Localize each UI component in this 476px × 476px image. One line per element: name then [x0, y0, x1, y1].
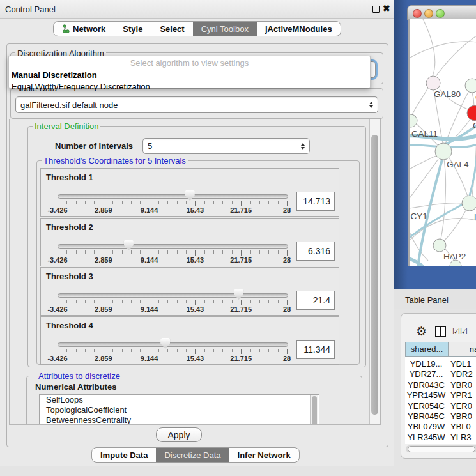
bottom-tab-bar: Impute DataDiscretize DataInfer Network [91, 447, 300, 463]
attribute-list-item[interactable]: TopologicalCoefficient [40, 405, 319, 415]
tab-select[interactable]: Select [151, 22, 192, 36]
threshold-value-field[interactable]: 21.4 [296, 291, 335, 310]
network-edge [410, 156, 436, 179]
node-table: shared...na YDL19...YDL1YDR27...YDR2YBR0… [405, 342, 476, 444]
table-panel-title: Table Panel [405, 295, 449, 305]
tab-style[interactable]: Style [114, 22, 151, 36]
main-vertical-scrollbar[interactable] [369, 119, 380, 424]
table-cell[interactable]: YDR2 [450, 369, 473, 379]
tick-label: 28 [283, 206, 291, 214]
threshold-value-field[interactable]: 6.316 [296, 242, 335, 261]
table-cell[interactable]: YDR27... [405, 369, 447, 379]
network-node-label: GAL80 [434, 89, 461, 99]
tab-cyni-toolbox[interactable]: Cyni Toolbox [193, 22, 257, 36]
table-cell[interactable]: YLR3 [450, 433, 472, 442]
slider-track[interactable] [58, 244, 288, 249]
table-cell[interactable]: YPR145W [405, 390, 447, 400]
tick-label: 28 [283, 355, 291, 362]
table-cell[interactable]: YBL0 [450, 422, 471, 431]
network-view-canvas[interactable]: GAL80GCGAL11GAL4GCY1HHAP2 [408, 19, 476, 266]
threshold-panel: Threshold 1-3.4262.8599.14415.4321.71528… [40, 168, 339, 217]
algorithm-dropdown-popup: Select algorithm to view settings Manual… [8, 56, 371, 88]
float-window-icon[interactable] [372, 6, 380, 13]
slider-thumb[interactable] [160, 338, 170, 349]
table-cell[interactable]: YBL079W [405, 422, 447, 431]
network-edge [444, 210, 466, 241]
status-strip [0, 466, 394, 476]
tick-label: 9.144 [141, 256, 158, 264]
threshold-value-field[interactable]: 11.344 [296, 340, 335, 359]
close-traffic-light-icon[interactable] [413, 9, 422, 18]
algorithm-option[interactable]: Manual Discretization [9, 69, 370, 81]
tab-jactivemnodules[interactable]: jActiveMNodules [257, 22, 341, 36]
numerical-attributes-list[interactable]: SelfLoopsTopologicalCoefficientBetweenne… [39, 394, 319, 425]
thresholds-group-label: Threshold's Coordinates for 5 Intervals [42, 156, 188, 165]
threshold-label: Threshold 3 [46, 272, 93, 281]
tab-impute-data[interactable]: Impute Data [92, 448, 156, 462]
attribute-list-item[interactable]: SelfLoops [40, 395, 319, 405]
tick-label: 15.43 [187, 256, 204, 264]
algorithm-placeholder: Select algorithm to view settings [9, 56, 370, 69]
table-cell[interactable]: YER054C [405, 401, 447, 411]
slider-track[interactable] [58, 342, 288, 347]
checkbox-icon[interactable]: ☑ [460, 327, 468, 335]
table-horizontal-scrollbar[interactable] [406, 445, 476, 452]
table-data-combobox[interactable]: galFiltered.sif default node [15, 96, 378, 113]
network-node[interactable] [462, 196, 476, 211]
zoom-traffic-light-icon[interactable] [436, 9, 445, 18]
slider-major-ticks [58, 300, 288, 305]
table-cell[interactable]: YIL0 [450, 443, 468, 444]
table-cell[interactable]: YDL19... [405, 359, 447, 369]
gear-icon[interactable]: ⚙ [416, 325, 427, 337]
column-header[interactable]: shared... [405, 342, 449, 357]
table-cell[interactable]: YIL052C [405, 443, 447, 444]
slider-track[interactable] [58, 293, 288, 298]
control-panel-titlebar: Control Panel ✖ [0, 0, 394, 19]
tick-label: 9.144 [141, 355, 158, 362]
column-header[interactable]: na [448, 342, 476, 357]
network-node[interactable] [433, 239, 446, 252]
tick-label: 2.859 [95, 256, 112, 264]
algorithm-option[interactable]: Equal Width/Frequency Discretization [9, 81, 370, 92]
checkbox-icon[interactable]: ☑ [452, 327, 460, 335]
attributes-scrollbar[interactable] [310, 395, 318, 425]
threshold-value-field[interactable]: 14.713 [296, 192, 335, 211]
slider-thumb[interactable] [185, 190, 195, 201]
tick-label: 2.859 [95, 206, 112, 214]
table-cell[interactable]: YBR043C [405, 380, 447, 390]
tab-label: Discretize Data [164, 450, 220, 460]
network-icon [62, 24, 70, 33]
network-window-titlebar[interactable] [407, 5, 476, 20]
num-intervals-label: Number of Intervals [55, 141, 133, 151]
apply-button[interactable]: Apply [156, 427, 202, 442]
network-node[interactable] [426, 76, 440, 90]
table-cell[interactable]: YBR0 [450, 380, 472, 390]
algorithm-options: Manual DiscretizationEqual Width/Frequen… [9, 69, 370, 92]
table-cell[interactable]: YLR345W [405, 433, 447, 442]
table-cell[interactable]: YER0 [450, 401, 472, 411]
slider-thumb[interactable] [124, 240, 134, 250]
network-node[interactable] [465, 79, 476, 93]
combo-stepper-icon[interactable] [369, 102, 373, 108]
table-cell[interactable]: YPR1 [450, 390, 472, 400]
close-icon[interactable]: ✖ [383, 3, 390, 13]
network-node[interactable] [410, 114, 417, 127]
columns-icon[interactable] [435, 326, 446, 337]
tab-infer-network[interactable]: Infer Network [229, 448, 299, 462]
table-cell[interactable]: YBR045C [405, 411, 447, 421]
tick-label: -3.426 [47, 256, 67, 264]
tab-label: Style [123, 24, 142, 34]
network-node[interactable] [435, 143, 452, 160]
table-cell[interactable]: YDL1 [450, 359, 472, 369]
network-node[interactable] [467, 105, 476, 121]
slider-track[interactable] [58, 194, 288, 199]
tick-label: 2.859 [95, 355, 112, 362]
attribute-list-item[interactable]: BetweennessCentrality [40, 415, 319, 425]
tab-discretize-data[interactable]: Discretize Data [156, 448, 229, 462]
combo-stepper-icon[interactable] [301, 143, 305, 150]
num-intervals-combobox[interactable]: 5 [142, 138, 310, 154]
tab-network[interactable]: Network [54, 22, 114, 36]
minimize-traffic-light-icon[interactable] [424, 9, 433, 18]
slider-thumb[interactable] [234, 289, 243, 300]
table-cell[interactable]: YBR0 [450, 411, 472, 421]
